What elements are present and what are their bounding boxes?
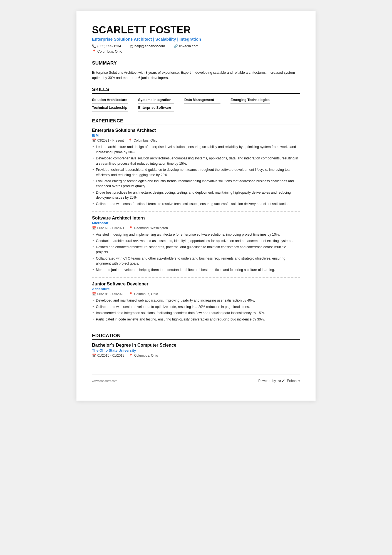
exp-entry-accenture: Junior Software Developer Accenture 📅 06… <box>92 282 300 327</box>
exp-entry-ibm: Enterprise Solutions Architect IBM 📅 03/… <box>92 128 300 212</box>
edu-meta-osu: 📅 01/2015 - 01/2019 📍 Columbus, Ohio <box>92 354 300 357</box>
link-icon: 🔗 <box>174 44 178 48</box>
skill-enterprise-software: Enterprise Software <box>138 104 174 112</box>
bullets-microsoft: Assisted in designing and implementing a… <box>92 232 300 272</box>
candidate-name: SCARLETT FOSTER <box>92 24 300 36</box>
pin-icon-ibm: 📍 <box>128 139 132 142</box>
exp-location-ibm: 📍 Columbus, Ohio <box>128 139 157 142</box>
bullet-ms-3: Defined and enforced architectural stand… <box>92 245 300 255</box>
bullet-ibm-1: Led the architecture and design of enter… <box>92 144 300 155</box>
skill-solution-architecture: Solution Architecture <box>92 97 128 104</box>
linkedin-contact[interactable]: 🔗 linkedin.com <box>174 44 198 48</box>
summary-body: Enterprise Solutions Architect with 3 ye… <box>92 70 300 81</box>
pin-icon-ac: 📍 <box>129 292 133 296</box>
exp-date-microsoft: 📅 06/2020 - 03/2021 <box>92 226 124 230</box>
job-title-ibm: Enterprise Solutions Architect <box>92 128 300 133</box>
skills-row-2: Technical Leadership Enterprise Software <box>92 104 300 112</box>
skill-data-management: Data Management <box>184 97 220 104</box>
email-contact: @ help@enhancv.com <box>130 44 165 48</box>
bullet-ibm-4: Evaluated emerging technologies and indu… <box>92 179 300 189</box>
enhancv-logo-icon: ∞✓ <box>277 378 285 384</box>
bullet-ibm-5: Drove best practices for architecture, d… <box>92 190 300 200</box>
phone-icon: 📞 <box>92 44 96 48</box>
candidate-title: Enterprise Solutions Architect | Scalabi… <box>92 37 300 41</box>
enhancv-branding: Powered by ∞✓ Enhancv <box>258 378 300 384</box>
exp-location-microsoft: 📍 Redmond, Washington <box>129 226 168 230</box>
pin-icon-edu: 📍 <box>129 354 133 357</box>
summary-title: SUMMARY <box>92 60 300 67</box>
contact-row-1: 📞 (555) 555-1234 @ help@enhancv.com 🔗 li… <box>92 44 300 49</box>
location-text: Columbus, Ohio <box>97 50 122 53</box>
company-ibm: IBM <box>92 133 300 137</box>
company-microsoft: Microsoft <box>92 221 300 225</box>
skills-section: SKILLS Solution Architecture Systems Int… <box>92 87 300 112</box>
skills-row-1: Solution Architecture Systems Integratio… <box>92 97 300 104</box>
job-title-microsoft: Software Architect Intern <box>92 216 300 221</box>
skills-grid: Solution Architecture Systems Integratio… <box>92 97 300 112</box>
bullet-ibm-3: Provided technical leadership and guidan… <box>92 167 300 177</box>
resume-header: SCARLETT FOSTER Enterprise Solutions Arc… <box>92 24 300 54</box>
skill-technical-leadership: Technical Leadership <box>92 104 128 112</box>
bullet-ac-3: Implemented data integration solutions, … <box>92 310 300 315</box>
linkedin-url: linkedin.com <box>179 44 198 48</box>
skill-systems-integration: Systems Integration <box>138 97 174 104</box>
edu-entry-osu: Bachelor's Degree in Computer Science Th… <box>92 343 300 357</box>
experience-title: EXPERIENCE <box>92 118 300 125</box>
bullet-ibm-6: Collaborated with cross-functional teams… <box>92 201 300 206</box>
email-address: help@enhancv.com <box>135 44 165 48</box>
exp-date-accenture: 📅 06/2019 - 05/2020 <box>92 292 124 296</box>
brand-name: Enhancv <box>287 379 300 383</box>
resume-document: SCARLETT FOSTER Enterprise Solutions Arc… <box>76 11 316 401</box>
bullet-ac-4: Participated in code reviews and testing… <box>92 317 300 322</box>
powered-by-label: Powered by <box>258 379 276 383</box>
contact-row-2: 📍 Columbus, Ohio <box>92 50 300 54</box>
bullet-ibm-2: Developed comprehensive solution archite… <box>92 156 300 166</box>
pin-icon-ms: 📍 <box>129 226 133 230</box>
exp-meta-accenture: 📅 06/2019 - 05/2020 📍 Columbus, Ohio <box>92 292 300 296</box>
phone-number: (555) 555-1234 <box>97 44 121 48</box>
email-icon: @ <box>130 44 133 48</box>
calendar-icon-ms: 📅 <box>92 226 96 230</box>
company-accenture: Accenture <box>92 287 300 291</box>
bullets-accenture: Developed and maintained web application… <box>92 298 300 322</box>
edu-degree-osu: Bachelor's Degree in Computer Science <box>92 343 300 348</box>
calendar-icon: 📅 <box>92 139 96 142</box>
bullet-ac-1: Developed and maintained web application… <box>92 298 300 303</box>
summary-section: SUMMARY Enterprise Solutions Architect w… <box>92 60 300 81</box>
footer-website: www.enhancv.com <box>92 379 117 383</box>
resume-footer: www.enhancv.com Powered by ∞✓ Enhancv <box>92 374 300 384</box>
skill-emerging-technologies: Emerging Technologies <box>230 97 270 104</box>
calendar-icon-edu: 📅 <box>92 354 96 357</box>
exp-meta-microsoft: 📅 06/2020 - 03/2021 📍 Redmond, Washingto… <box>92 226 300 230</box>
bullet-ms-2: Conducted architectural reviews and asse… <box>92 238 300 243</box>
bullet-ms-1: Assisted in designing and implementing a… <box>92 232 300 237</box>
exp-entry-microsoft: Software Architect Intern Microsoft 📅 06… <box>92 216 300 278</box>
exp-location-accenture: 📍 Columbus, Ohio <box>129 292 158 296</box>
phone-contact: 📞 (555) 555-1234 <box>92 44 121 48</box>
experience-section: EXPERIENCE Enterprise Solutions Architec… <box>92 118 300 327</box>
skills-title: SKILLS <box>92 87 300 94</box>
location-icon: 📍 <box>92 50 96 53</box>
exp-date-ibm: 📅 03/2021 - Present <box>92 139 124 142</box>
location-contact: 📍 Columbus, Ohio <box>92 50 122 53</box>
edu-location-osu: 📍 Columbus, Ohio <box>129 354 158 357</box>
education-section: EDUCATION Bachelor's Degree in Computer … <box>92 333 300 357</box>
bullets-ibm: Led the architecture and design of enter… <box>92 144 300 206</box>
calendar-icon-ac: 📅 <box>92 292 96 296</box>
edu-school-osu: The Ohio State University <box>92 348 300 352</box>
bullet-ac-2: Collaborated with senior developers to o… <box>92 304 300 309</box>
bullet-ms-4: Collaborated with CTO teams and other st… <box>92 256 300 266</box>
exp-meta-ibm: 📅 03/2021 - Present 📍 Columbus, Ohio <box>92 139 300 142</box>
bullet-ms-5: Mentored junior developers, helping them… <box>92 267 300 272</box>
education-title: EDUCATION <box>92 333 300 340</box>
edu-date-osu: 📅 01/2015 - 01/2019 <box>92 354 124 357</box>
job-title-accenture: Junior Software Developer <box>92 282 300 287</box>
